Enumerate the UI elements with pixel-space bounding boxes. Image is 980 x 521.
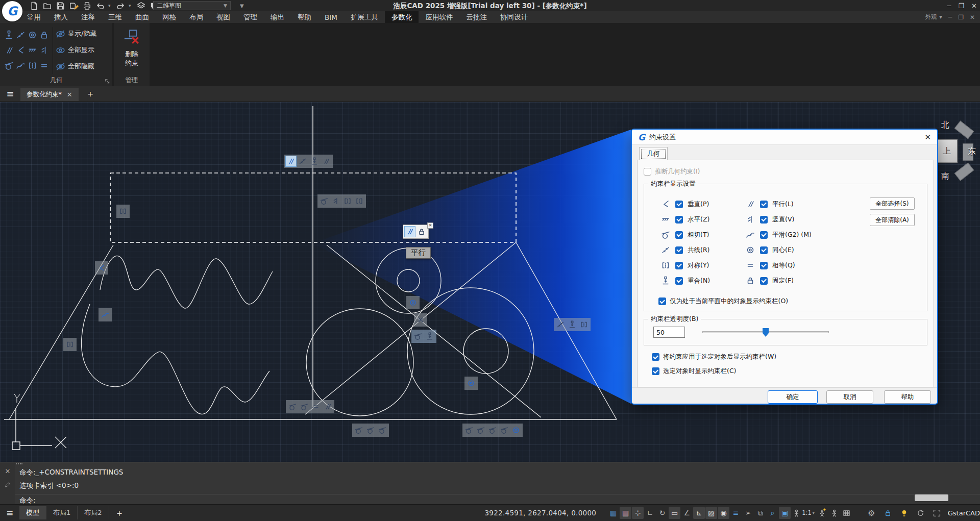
- transparency-slider[interactable]: [702, 331, 829, 333]
- vertical-constraint-icon[interactable]: [38, 42, 50, 58]
- print-icon[interactable]: [82, 1, 92, 11]
- constraint-badge[interactable]: [554, 318, 591, 331]
- close-tab-icon[interactable]: ✕: [67, 91, 72, 98]
- cancel-button[interactable]: 取消: [826, 390, 873, 404]
- show-on-select-row[interactable]: 选定对象时显示约束栏(C): [652, 367, 736, 376]
- coincident-badge-icon[interactable]: [567, 319, 578, 330]
- symmetric-checkbox[interactable]: [675, 262, 683, 269]
- ribbon-tab[interactable]: 扩展工具: [344, 11, 385, 23]
- doc-close-button[interactable]: ✕: [970, 14, 975, 21]
- ribbon-tab[interactable]: 应用软件: [419, 11, 459, 23]
- ribbon-tab[interactable]: 视图: [210, 11, 237, 23]
- tangent-badge-icon[interactable]: [475, 425, 486, 436]
- polar-tracking-icon[interactable]: ↻: [656, 507, 668, 519]
- document-tab[interactable]: 参数化约束* ✕: [20, 88, 79, 101]
- command-line-panel[interactable]: ✕ 命令:_+CONSTRAINTSETTINGS选项卡索引 <0>:0 命令:: [0, 462, 980, 504]
- viewcube-top-face[interactable]: 上: [936, 139, 958, 163]
- constraint-badge[interactable]: [352, 424, 389, 437]
- concentric-constraint-icon[interactable]: [27, 27, 38, 42]
- ribbon-tab[interactable]: 云批注: [459, 11, 494, 23]
- new-tab-button[interactable]: ＋: [86, 88, 95, 100]
- help-button[interactable]: 帮助: [884, 390, 931, 404]
- ok-button[interactable]: 确定: [768, 390, 818, 404]
- coincident-badge-icon[interactable]: [424, 331, 435, 342]
- command-close-icon[interactable]: ✕: [5, 467, 11, 475]
- equal-checkbox[interactable]: [760, 262, 768, 269]
- constraint-option[interactable]: 垂直(P): [660, 199, 729, 209]
- tangent-badge-icon[interactable]: [412, 331, 424, 342]
- constraint-option[interactable]: 固定(F): [745, 276, 794, 286]
- viewcube-north-label[interactable]: 北: [941, 120, 949, 131]
- viewcube-wedge-ne[interactable]: [954, 121, 974, 139]
- select-all-button[interactable]: 全部选择(S): [870, 197, 915, 210]
- folder-icon[interactable]: [42, 1, 52, 11]
- sync-icon[interactable]: [915, 507, 926, 519]
- restore-button[interactable]: ❐: [958, 2, 964, 10]
- annotation-auto-icon[interactable]: [828, 507, 840, 519]
- layout-tab[interactable]: 模型: [19, 506, 46, 519]
- perpendicular-badge-icon[interactable]: [96, 262, 107, 274]
- symmetric-badge-icon[interactable]: [64, 339, 76, 350]
- constraint-option[interactable]: 竖直(V): [745, 214, 794, 225]
- viewcube-wedge-se[interactable]: [954, 163, 974, 181]
- quick-properties-icon[interactable]: [841, 507, 852, 519]
- tangent-badge-icon[interactable]: [463, 425, 475, 436]
- coincident-constraint-icon[interactable]: [3, 27, 15, 42]
- fix-constraint-icon[interactable]: [38, 27, 50, 42]
- object-snap-icon[interactable]: ▭: [669, 507, 680, 519]
- clear-all-button[interactable]: 全部清除(A): [870, 214, 915, 226]
- constraint-visibility-button[interactable]: 全部显示: [55, 42, 96, 58]
- constraint-option[interactable]: 重合(N): [660, 276, 729, 286]
- saveas-icon[interactable]: [68, 1, 79, 11]
- constraint-visibility-button[interactable]: 全部隐藏: [55, 59, 96, 74]
- ribbon-tab[interactable]: 三维: [102, 11, 129, 23]
- workspace-icon[interactable]: ▣: [779, 507, 791, 519]
- constraint-badge[interactable]: [284, 155, 333, 168]
- app-logo[interactable]: G: [2, 1, 22, 21]
- selection-cycling-icon[interactable]: ➢: [742, 507, 754, 519]
- dialog-close-icon[interactable]: ✕: [924, 133, 931, 142]
- symmetric-badge-icon[interactable]: [342, 195, 353, 207]
- constraint-badge[interactable]: [462, 424, 523, 437]
- ribbon-tab[interactable]: 参数化: [385, 11, 419, 23]
- chevron-down-icon[interactable]: ▾: [129, 3, 133, 8]
- only-current-plane-checkbox[interactable]: [658, 297, 666, 305]
- ribbon-tab[interactable]: 输出: [264, 11, 291, 23]
- delete-constraint-button[interactable]: 删除 约束: [118, 26, 145, 83]
- drawing-canvas[interactable]: ✕ 平行 北 上 东 南 G 约束设置 ✕ 几何 推断几何约束(I): [0, 102, 980, 462]
- coincident-checkbox[interactable]: [675, 277, 683, 285]
- xmark-badge-icon[interactable]: [415, 314, 426, 326]
- horizontal-constraint-icon[interactable]: [27, 42, 38, 58]
- tangent-badge-icon[interactable]: [318, 195, 330, 207]
- infer-constraints-row[interactable]: 推断几何约束(I): [644, 167, 700, 176]
- fix-badge-icon[interactable]: [416, 226, 427, 237]
- constraint-badge[interactable]: ✕: [403, 225, 429, 239]
- angle-snap-icon[interactable]: ∠: [681, 507, 693, 519]
- constraint-badge[interactable]: [406, 296, 420, 309]
- infer-constraints-checkbox[interactable]: [644, 168, 651, 176]
- menu-burger-icon[interactable]: ≡: [0, 88, 20, 99]
- hardware-bulb-icon[interactable]: [898, 507, 910, 519]
- concentric-checkbox[interactable]: [760, 246, 768, 254]
- vertical-checkbox[interactable]: [760, 216, 768, 224]
- new-layout-button[interactable]: ＋: [115, 507, 124, 519]
- tangent-badge-icon[interactable]: [365, 425, 376, 436]
- slider-handle[interactable]: [763, 328, 769, 337]
- parallel-badge-icon[interactable]: [285, 156, 297, 167]
- perpendicular-constraint-icon[interactable]: [15, 42, 27, 58]
- apply-after-checkbox[interactable]: [652, 353, 659, 361]
- constraint-option[interactable]: 对称(Y): [660, 260, 729, 270]
- collinear-constraint-icon[interactable]: [15, 27, 27, 42]
- view-cube[interactable]: 北 上 东 南: [935, 117, 980, 186]
- constraint-badge[interactable]: [411, 330, 436, 343]
- collinear-badge-icon[interactable]: [555, 319, 566, 330]
- ribbon-tab[interactable]: 帮助: [291, 11, 318, 23]
- ribbon-tab[interactable]: 曲面: [129, 11, 156, 23]
- equal-badge-icon[interactable]: [310, 401, 322, 412]
- tangent-badge-icon[interactable]: [487, 425, 498, 436]
- constraint-badge[interactable]: [317, 194, 366, 208]
- vertical-badge-icon[interactable]: [330, 195, 341, 207]
- layers-icon[interactable]: [136, 1, 146, 11]
- constraint-badge[interactable]: [99, 308, 112, 321]
- constraint-badge[interactable]: [286, 400, 334, 413]
